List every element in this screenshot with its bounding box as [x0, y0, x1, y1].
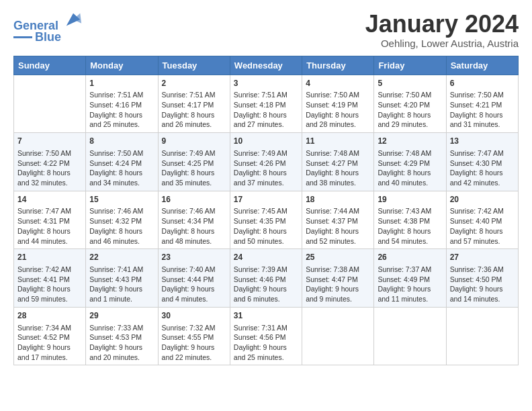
cell-line: Sunrise: 7:42 AM	[17, 265, 71, 273]
cell-line: and 17 minutes.	[17, 353, 68, 361]
day-number: 5	[378, 78, 442, 89]
calendar-cell: 1Sunrise: 7:51 AMSunset: 4:16 PMDaylight…	[86, 75, 158, 133]
cell-content: 11Sunrise: 7:48 AMSunset: 4:27 PMDayligh…	[306, 136, 370, 188]
calendar-cell: 13Sunrise: 7:47 AMSunset: 4:30 PMDayligh…	[446, 133, 518, 191]
cell-line: Sunrise: 7:49 AM	[162, 149, 216, 157]
cell-line: Sunrise: 7:42 AM	[450, 207, 504, 215]
cell-line: Sunrise: 7:46 AM	[89, 207, 143, 215]
calendar-cell: 3Sunrise: 7:51 AMSunset: 4:18 PMDaylight…	[230, 75, 302, 133]
week-row-1: 1Sunrise: 7:51 AMSunset: 4:16 PMDaylight…	[14, 75, 519, 133]
day-number: 14	[17, 194, 82, 205]
calendar-cell: 16Sunrise: 7:46 AMSunset: 4:34 PMDayligh…	[158, 191, 230, 249]
cell-line: Sunrise: 7:38 AM	[306, 265, 359, 273]
cell-content: 6Sunrise: 7:50 AMSunset: 4:21 PMDaylight…	[450, 78, 515, 130]
cell-line: Sunrise: 7:47 AM	[17, 207, 71, 215]
cell-line: Sunrise: 7:50 AM	[450, 91, 504, 99]
cell-line: and 20 minutes.	[89, 353, 140, 361]
cell-line: Sunrise: 7:40 AM	[162, 265, 216, 273]
cell-line: Sunset: 4:40 PM	[450, 217, 502, 225]
day-number: 3	[234, 78, 298, 89]
day-number: 19	[378, 194, 442, 205]
cell-line: Daylight: 9 hours	[162, 343, 215, 351]
cell-line: Daylight: 8 hours	[17, 169, 71, 177]
col-header-sunday: Sunday	[14, 56, 86, 75]
day-number: 11	[306, 136, 370, 147]
cell-line: Daylight: 8 hours	[162, 111, 215, 119]
cell-line: and 28 minutes.	[306, 120, 356, 128]
cell-line: Sunset: 4:20 PM	[378, 101, 430, 109]
cell-line: Daylight: 9 hours	[306, 285, 359, 293]
cell-line: Sunset: 4:32 PM	[89, 217, 142, 225]
cell-line: Sunrise: 7:43 AM	[378, 207, 431, 215]
cell-line: Sunset: 4:41 PM	[17, 275, 70, 283]
cell-line: Sunrise: 7:47 AM	[450, 149, 504, 157]
day-number: 8	[89, 136, 154, 147]
cell-line: Sunset: 4:24 PM	[89, 159, 142, 167]
cell-line: Sunrise: 7:51 AM	[89, 91, 143, 99]
cell-line: Sunrise: 7:39 AM	[234, 265, 287, 273]
cell-line: and 1 minute.	[89, 295, 132, 303]
cell-line: Sunset: 4:18 PM	[234, 101, 286, 109]
cell-line: Sunset: 4:31 PM	[17, 217, 70, 225]
cell-line: Daylight: 8 hours	[89, 169, 142, 177]
cell-line: Daylight: 8 hours	[450, 169, 503, 177]
calendar-cell: 5Sunrise: 7:50 AMSunset: 4:20 PMDaylight…	[374, 75, 446, 133]
cell-line: Daylight: 9 hours	[450, 285, 503, 293]
cell-line: and 52 minutes.	[306, 237, 356, 245]
day-number: 27	[450, 252, 515, 263]
cell-line: Daylight: 9 hours	[378, 285, 431, 293]
calendar-cell: 27Sunrise: 7:36 AMSunset: 4:50 PMDayligh…	[446, 249, 518, 308]
calendar-cell: 10Sunrise: 7:49 AMSunset: 4:26 PMDayligh…	[230, 133, 302, 191]
cell-line: Daylight: 8 hours	[378, 169, 431, 177]
cell-line: Sunrise: 7:36 AM	[450, 265, 504, 273]
cell-line: Daylight: 8 hours	[234, 169, 287, 177]
cell-line: and 44 minutes.	[17, 237, 68, 245]
page: General Blue January 2024 Oehling, Lower…	[0, 0, 532, 379]
calendar-cell: 20Sunrise: 7:42 AMSunset: 4:40 PMDayligh…	[446, 191, 518, 249]
cell-line: Daylight: 8 hours	[378, 111, 431, 119]
cell-content: 18Sunrise: 7:44 AMSunset: 4:37 PMDayligh…	[306, 194, 370, 246]
month-title: January 2024	[365, 11, 519, 38]
cell-line: Sunrise: 7:32 AM	[162, 324, 216, 332]
cell-line: Sunrise: 7:49 AM	[234, 149, 287, 157]
calendar-cell: 21Sunrise: 7:42 AMSunset: 4:41 PMDayligh…	[14, 249, 86, 308]
cell-line: Sunrise: 7:50 AM	[89, 149, 143, 157]
cell-line: Sunset: 4:37 PM	[306, 217, 358, 225]
cell-line: Daylight: 8 hours	[306, 227, 359, 235]
cell-line: Daylight: 8 hours	[162, 227, 215, 235]
calendar-cell: 26Sunrise: 7:37 AMSunset: 4:49 PMDayligh…	[374, 249, 446, 308]
calendar-cell: 4Sunrise: 7:50 AMSunset: 4:19 PMDaylight…	[302, 75, 374, 133]
cell-line: Sunrise: 7:37 AM	[378, 265, 431, 273]
cell-line: and 35 minutes.	[162, 179, 212, 187]
cell-content: 20Sunrise: 7:42 AMSunset: 4:40 PMDayligh…	[450, 194, 515, 246]
day-number: 15	[89, 194, 154, 205]
day-number: 10	[234, 136, 298, 147]
cell-line: Daylight: 8 hours	[17, 285, 71, 293]
cell-line: Daylight: 9 hours	[89, 285, 142, 293]
cell-line: Sunrise: 7:50 AM	[378, 91, 431, 99]
cell-content: 23Sunrise: 7:40 AMSunset: 4:44 PMDayligh…	[162, 252, 226, 304]
calendar-cell: 6Sunrise: 7:50 AMSunset: 4:21 PMDaylight…	[446, 75, 518, 133]
day-number: 30	[162, 310, 226, 322]
cell-line: and 46 minutes.	[89, 237, 140, 245]
calendar-cell	[302, 307, 374, 365]
cell-content: 28Sunrise: 7:34 AMSunset: 4:52 PMDayligh…	[17, 310, 82, 363]
cell-content: 4Sunrise: 7:50 AMSunset: 4:19 PMDaylight…	[306, 78, 370, 130]
day-number: 13	[450, 136, 515, 147]
cell-line: Daylight: 8 hours	[162, 169, 215, 177]
cell-content: 25Sunrise: 7:38 AMSunset: 4:47 PMDayligh…	[306, 252, 370, 304]
calendar-cell: 22Sunrise: 7:41 AMSunset: 4:43 PMDayligh…	[86, 249, 158, 308]
calendar-cell	[14, 75, 86, 133]
week-row-3: 14Sunrise: 7:47 AMSunset: 4:31 PMDayligh…	[14, 191, 519, 249]
cell-content: 5Sunrise: 7:50 AMSunset: 4:20 PMDaylight…	[378, 78, 442, 130]
cell-line: and 6 minutes.	[234, 295, 280, 303]
header: General Blue January 2024 Oehling, Lower…	[13, 11, 519, 49]
cell-line: Daylight: 9 hours	[17, 343, 71, 351]
cell-line: Sunset: 4:34 PM	[162, 217, 214, 225]
col-header-thursday: Thursday	[302, 56, 374, 75]
cell-line: Sunset: 4:27 PM	[306, 159, 358, 167]
calendar-cell: 30Sunrise: 7:32 AMSunset: 4:55 PMDayligh…	[158, 307, 230, 365]
cell-content: 29Sunrise: 7:33 AMSunset: 4:53 PMDayligh…	[89, 310, 154, 363]
cell-line: Daylight: 8 hours	[450, 111, 503, 119]
cell-line: Sunrise: 7:34 AM	[17, 324, 71, 332]
